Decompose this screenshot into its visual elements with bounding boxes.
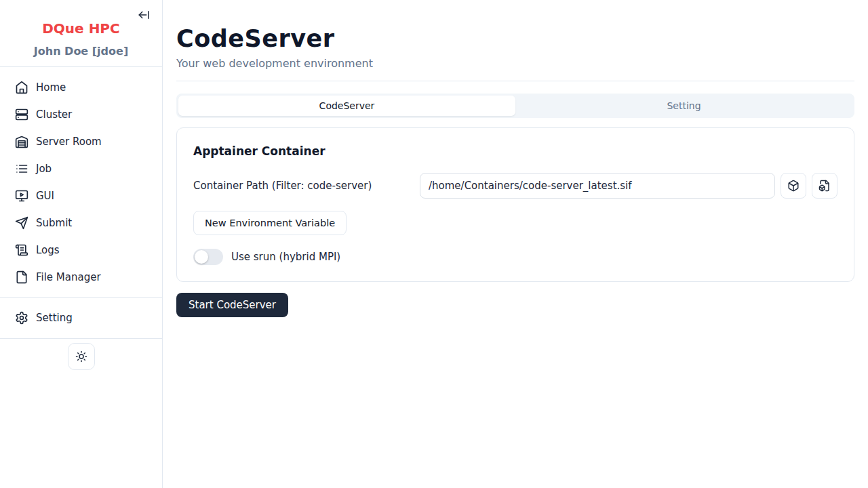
- tab-setting[interactable]: Setting: [515, 96, 852, 116]
- new-env-variable-button[interactable]: New Environment Variable: [193, 211, 347, 235]
- page-subtitle: Your web development environment: [176, 57, 854, 70]
- header-divider: [176, 81, 854, 81]
- sidebar-item-server-room[interactable]: Server Room: [0, 128, 162, 155]
- page-title: CodeServer: [176, 24, 854, 53]
- sidebar-nav: HomeClusterServer RoomJobGUISubmitLogsFi…: [0, 67, 162, 291]
- settings-icon: [15, 311, 28, 325]
- sidebar-item-job[interactable]: Job: [0, 155, 162, 182]
- card-title: Apptainer Container: [193, 144, 837, 158]
- sidebar-item-label: Logs: [36, 244, 60, 256]
- sidebar-item-label: Home: [36, 81, 66, 94]
- tab-bar: CodeServerSetting: [176, 94, 854, 118]
- sidebar-item-submit[interactable]: Submit: [0, 209, 162, 237]
- sidebar-item-cluster[interactable]: Cluster: [0, 101, 162, 128]
- sidebar-item-setting[interactable]: Setting: [0, 304, 162, 331]
- tab-codeserver[interactable]: CodeServer: [178, 96, 515, 116]
- srun-toggle[interactable]: [193, 249, 223, 265]
- sidebar-item-file-manager[interactable]: File Manager: [0, 264, 162, 291]
- container-path-label: Container Path (Filter: code-server): [193, 180, 414, 192]
- collapse-sidebar-button[interactable]: [136, 7, 152, 23]
- server-icon: [15, 108, 28, 121]
- list-icon: [15, 162, 28, 176]
- sidebar-item-label: Job: [36, 163, 52, 175]
- sidebar-item-label: Cluster: [36, 108, 72, 121]
- container-path-row: Container Path (Filter: code-server): [193, 173, 837, 199]
- user-label: John Doe [jdoe]: [7, 45, 155, 58]
- select-sif-file-button[interactable]: [812, 173, 837, 199]
- srun-label: Use srun (hybrid MPI): [231, 251, 340, 263]
- sidebar-setting-section: Setting: [0, 297, 162, 338]
- sidebar-item-label: Setting: [36, 312, 73, 324]
- brand-logo: DQue HPC: [7, 20, 155, 37]
- browse-container-button[interactable]: [781, 173, 806, 199]
- sidebar-item-label: Server Room: [36, 136, 102, 148]
- sidebar-item-gui[interactable]: GUI: [0, 182, 162, 209]
- file-box-icon: [818, 180, 831, 192]
- scroll-text-icon: [15, 243, 28, 257]
- box-icon: [787, 180, 800, 192]
- sidebar-item-label: GUI: [36, 190, 54, 202]
- toggle-thumb: [195, 250, 208, 264]
- warehouse-icon: [15, 135, 28, 148]
- home-icon: [15, 81, 28, 94]
- sidebar-item-label: Submit: [36, 217, 72, 229]
- sidebar-item-logs[interactable]: Logs: [0, 237, 162, 264]
- theme-row: [0, 338, 162, 370]
- start-codeserver-button[interactable]: Start CodeServer: [176, 293, 288, 317]
- srun-row: Use srun (hybrid MPI): [193, 249, 837, 265]
- arrow-left-from-line-icon: [138, 9, 150, 21]
- sidebar: DQue HPC John Doe [jdoe] HomeClusterServ…: [0, 0, 163, 488]
- sidebar-item-home[interactable]: Home: [0, 74, 162, 101]
- container-path-input[interactable]: [420, 173, 775, 199]
- main-content: CodeServer Your web development environm…: [163, 0, 868, 488]
- file-icon: [15, 270, 28, 284]
- monitor-play-icon: [15, 189, 28, 203]
- sidebar-item-label: File Manager: [36, 271, 101, 283]
- apptainer-container-card: Apptainer Container Container Path (Filt…: [176, 127, 854, 282]
- theme-toggle-button[interactable]: [68, 343, 95, 370]
- app-window: DQue HPC John Doe [jdoe] HomeClusterServ…: [0, 0, 868, 488]
- sun-icon: [75, 350, 87, 363]
- send-icon: [15, 216, 28, 230]
